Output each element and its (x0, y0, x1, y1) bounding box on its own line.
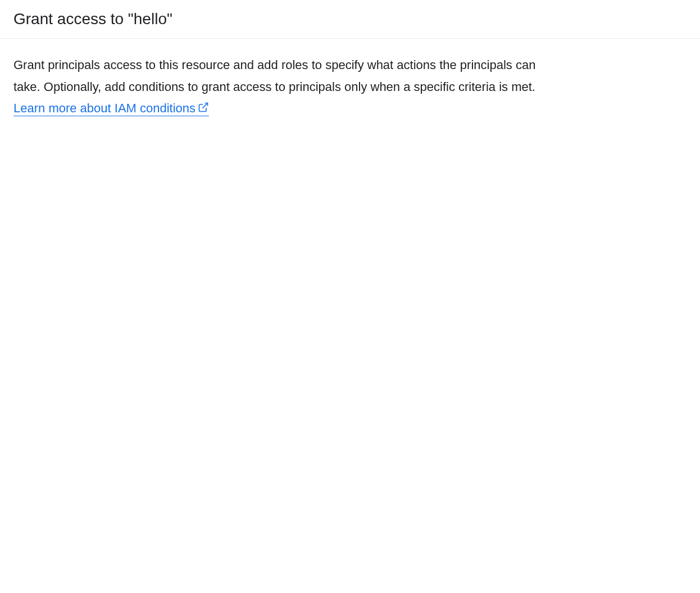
external-link-icon (198, 98, 209, 120)
learn-more-link[interactable]: Learn more about IAM conditions (13, 101, 209, 116)
page-header: Grant access to "hello" (0, 0, 700, 39)
page-title: Grant access to "hello" (13, 10, 687, 28)
svg-line-0 (202, 103, 207, 108)
page-content: Grant principals access to this resource… (0, 39, 700, 120)
description-text: Grant principals access to this resource… (13, 58, 535, 94)
page-description: Grant principals access to this resource… (13, 54, 558, 120)
learn-more-link-text: Learn more about IAM conditions (13, 101, 196, 115)
